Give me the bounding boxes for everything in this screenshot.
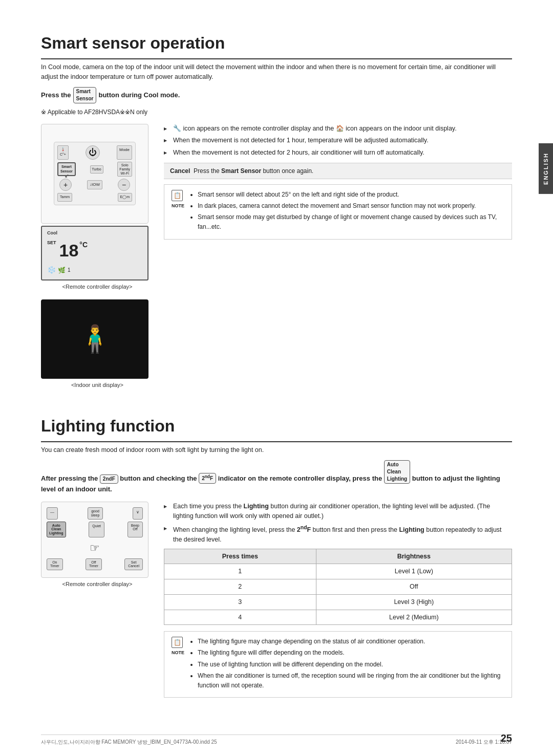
note-label: NOTE bbox=[172, 202, 184, 209]
table-row: Level 3 (High) bbox=[316, 594, 512, 610]
indoor-unit-icon: 🧍‍♂️ bbox=[78, 319, 112, 359]
2ndf-button-icon: 2ndF bbox=[100, 474, 118, 484]
smart-sensor-note-box: 📋 NOTE Smart sensor will detect about 25… bbox=[164, 184, 512, 240]
lighting-two-col: — goodsleep ∨ AutoCleanLighting Quiet Be… bbox=[41, 502, 512, 698]
smart-sensor-title: Smart sensor operation bbox=[41, 31, 512, 59]
display-deg-unit: °C bbox=[79, 240, 88, 250]
note-item-3: Smart sensor mode may get disturbed by c… bbox=[198, 212, 504, 232]
table-row: 2 bbox=[164, 579, 316, 595]
table-row: Level 1 (Low) bbox=[316, 564, 512, 579]
press-prefix: Press the bbox=[41, 90, 71, 100]
lighting-note-with-icon: 📋 NOTE The lighting figure may change de… bbox=[172, 637, 504, 692]
lighting-bullets: Each time you press the Lighting button … bbox=[164, 502, 512, 544]
table-row: 1 bbox=[164, 564, 316, 579]
cancel-label: Cancel bbox=[170, 167, 190, 175]
lighting-section: Lighting function You can create fresh m… bbox=[41, 414, 512, 698]
good-sleep-btn: goodsleep bbox=[88, 507, 103, 519]
lighting-instruction: After pressing the 2ndF button and check… bbox=[41, 460, 512, 495]
table-row: 3 bbox=[164, 594, 316, 610]
side-tab-english: ENGLISH bbox=[539, 143, 553, 194]
note-item-1: Smart sensor will detect about 25° on th… bbox=[198, 190, 504, 200]
lighting-note-icon: 📋 bbox=[172, 637, 183, 648]
note-icon: 📋 bbox=[172, 190, 183, 201]
lighting-note-box: 📋 NOTE The lighting figure may change de… bbox=[164, 631, 512, 698]
set-cancel-btn: SetCancel bbox=[124, 558, 143, 570]
lighting-remote-caption: <Remote controller display> bbox=[41, 580, 154, 589]
lighting-note-2: The lighting figure will differ dependin… bbox=[198, 648, 504, 658]
press-suffix: button during Cool mode. bbox=[98, 90, 180, 100]
lighting-note-label: NOTE bbox=[172, 649, 184, 656]
remote-controller-image: 🌡️C°+ ⏻ Mode SmartSensor ↙ Turbo SoloFam… bbox=[41, 124, 148, 224]
lighting-note-3: The use of lighting function will be dif… bbox=[198, 660, 504, 669]
beep-off-btn: BeepOff bbox=[127, 522, 143, 537]
chevron-down-btn: ∨ bbox=[133, 507, 143, 519]
bullet-item-1: 🔧 icon appears on the remote controller … bbox=[164, 124, 512, 134]
smart-sensor-button-icon: SmartSensor bbox=[73, 87, 97, 103]
lighting-description: You can create fresh mood of indoor room… bbox=[41, 445, 512, 455]
applicable-note: ※ Applicable to AF28HVSDA※※N only bbox=[41, 107, 512, 117]
bullet-item-3: When the movement is not detected for 2 … bbox=[164, 148, 512, 158]
footer-left-text: 사우디,인도,나이지리아향 FAC MEMORY 냉방_IBIM_EN_0477… bbox=[41, 738, 217, 746]
off-timer-btn: OffTimer bbox=[86, 558, 102, 570]
display-set-label: SET bbox=[47, 240, 56, 247]
lighting-bullet-1: Each time you press the Lighting button … bbox=[164, 502, 512, 521]
2ndf-indicator-icon: 2ndF bbox=[199, 473, 216, 483]
on-timer-btn: OnTimer bbox=[47, 558, 63, 570]
display-temp-value: 18 bbox=[59, 237, 79, 264]
smart-sensor-right-col: 🔧 icon appears on the remote controller … bbox=[164, 124, 512, 398]
lighting-bullet-2: When changing the lighting level, press … bbox=[164, 524, 512, 545]
auto-clean-lighting-btn: AutoCleanLighting bbox=[47, 522, 66, 537]
display-cool-label: Cool bbox=[47, 230, 142, 237]
hand-cursor-icon: ☞ bbox=[47, 539, 143, 556]
dash-btn: — bbox=[47, 507, 58, 519]
indoor-unit-caption: <Indoor unit display> bbox=[41, 381, 154, 390]
smart-sensor-description: In Cool mode, camera on the top of the i… bbox=[41, 62, 512, 82]
lighting-left-col: — goodsleep ∨ AutoCleanLighting Quiet Be… bbox=[41, 502, 154, 698]
footer: 사우디,인도,나이지리아향 FAC MEMORY 냉방_IBIM_EN_0477… bbox=[41, 735, 512, 746]
smart-sensor-left-col: 🌡️C°+ ⏻ Mode SmartSensor ↙ Turbo SoloFam… bbox=[41, 124, 154, 398]
lighting-title: Lighting function bbox=[41, 414, 512, 442]
icon-indoor: 🏠 bbox=[336, 125, 344, 132]
page-number: 25 bbox=[501, 730, 512, 746]
icon-remote: 🔧 bbox=[173, 125, 181, 132]
indoor-unit-display: 🧍‍♂️ bbox=[41, 299, 148, 379]
smart-sensor-two-col: 🌡️C°+ ⏻ Mode SmartSensor ↙ Turbo SoloFam… bbox=[41, 124, 512, 398]
press-table: Press times Brightness 1Level 1 (Low)2Of… bbox=[164, 549, 512, 625]
cancel-bar: Cancel Press the Smart Sensor button onc… bbox=[164, 163, 512, 179]
table-header-press-times: Press times bbox=[164, 549, 316, 564]
lighting-note-4: When the air conditioner is turned off, … bbox=[198, 671, 504, 690]
lighting-note-icon-wrapper: 📋 NOTE bbox=[172, 637, 184, 656]
lighting-note-1: The lighting figure may change depending… bbox=[198, 637, 504, 646]
table-row: 4 bbox=[164, 610, 316, 625]
display-icons: ❄️ 🌿 1 bbox=[47, 265, 142, 275]
note-icon-wrapper: 📋 NOTE bbox=[172, 190, 184, 209]
note-item-2: In dark places, camera cannot detect the… bbox=[198, 201, 504, 211]
page: ENGLISH Smart sensor operation In Cool m… bbox=[0, 0, 553, 756]
quiet-btn: Quiet bbox=[89, 522, 104, 537]
table-row: Level 2 (Medium) bbox=[316, 610, 512, 625]
lighting-right-col: Each time you press the Lighting button … bbox=[164, 502, 512, 698]
lighting-remote-image: — goodsleep ∨ AutoCleanLighting Quiet Be… bbox=[41, 502, 148, 578]
note-with-icon: 📋 NOTE Smart sensor will detect about 25… bbox=[172, 190, 504, 234]
lighting-note-list: The lighting figure may change depending… bbox=[188, 637, 504, 692]
auto-clean-button-icon: AutoCleanLighting bbox=[384, 460, 410, 484]
remote-display-screen: Cool SET 18 °C ❄️ 🌿 1 bbox=[41, 226, 148, 281]
display-temperature: SET 18 °C bbox=[47, 237, 142, 264]
cancel-smart-sensor-bold: Smart Sensor bbox=[221, 167, 261, 175]
table-row: Off bbox=[316, 579, 512, 595]
table-header-brightness: Brightness bbox=[316, 549, 512, 564]
smart-sensor-bullets: 🔧 icon appears on the remote controller … bbox=[164, 124, 512, 158]
note-list: Smart sensor will detect about 25° on th… bbox=[188, 190, 504, 234]
bullet-item-2: When the movement is not detected for 1 … bbox=[164, 136, 512, 145]
press-instruction: Press the SmartSensor button during Cool… bbox=[41, 87, 512, 103]
remote-controller-caption: <Remote controller display> bbox=[41, 283, 154, 291]
